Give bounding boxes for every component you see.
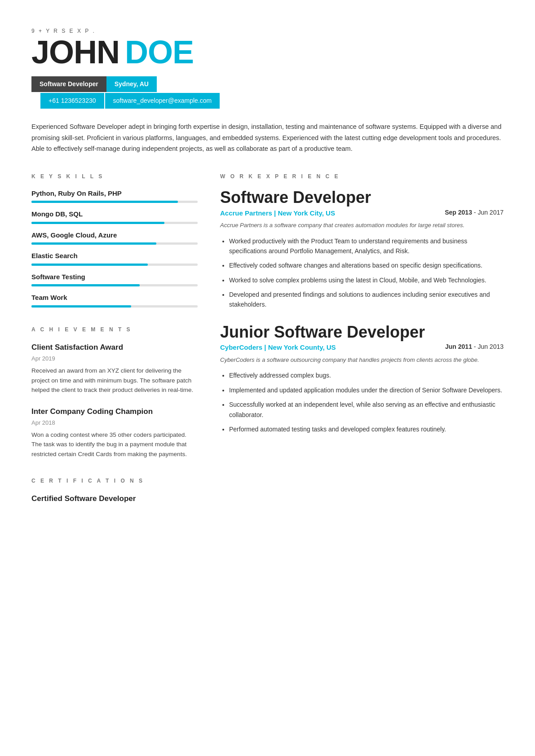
left-column: K E Y S K I L L S Python, Ruby On Rails,… [31,172,198,505]
skill-item: Team Work [31,293,198,308]
skill-bar-fill [31,242,156,245]
achievement-item: Inter Company Coding Champion Apr 2018 W… [31,406,198,459]
skill-bar-bg [31,264,198,266]
email-badge: software_developer@example.com [105,93,220,109]
skill-bar-bg [31,201,198,203]
work-company-desc: Accrue Partners is a software company th… [220,221,504,230]
skill-bar-bg [31,305,198,308]
work-bullet: Effectively addressed complex bugs. [229,370,504,380]
achievement-title: Client Satisfaction Award [31,342,198,353]
work-bullets: Worked productively with the Product Tea… [220,236,504,310]
skill-name: Software Testing [31,272,198,282]
work-entry: Software Developer Accrue Partners | New… [220,189,504,310]
skill-name: AWS, Google Cloud, Azure [31,230,198,241]
key-skills-title: K E Y S K I L L S [31,172,198,180]
skill-bar-bg [31,222,198,224]
skill-item: Elastic Search [31,251,198,266]
name-row: JOHN DOE [31,36,504,68]
achievements-list: Client Satisfaction Award Apr 2019 Recei… [31,342,198,459]
skill-name: Python, Ruby On Rails, PHP [31,189,198,199]
certification-item: Certified Software Developer [31,493,198,505]
skill-name: Mongo DB, SQL [31,209,198,220]
header: 9 + Y R S E X P . JOHN DOE Software Deve… [31,27,504,109]
achievement-desc: Won a coding contest where 35 other code… [31,430,198,459]
skill-bar-fill [31,284,140,286]
certifications-list: Certified Software Developer [31,493,198,505]
job-title-badge: Software Developer [31,76,106,92]
skill-bar-fill [31,264,148,266]
work-entry: Junior Software Developer CyberCoders | … [220,323,504,435]
work-bullet: Effectively coded software changes and a… [229,260,504,270]
work-bullet: Worked productively with the Product Tea… [229,236,504,256]
skills-list: Python, Ruby On Rails, PHP Mongo DB, SQL… [31,189,198,308]
achievement-date: Apr 2019 [31,354,198,363]
contact-row1: Software Developer Sydney, AU [31,76,504,92]
work-list: Software Developer Accrue Partners | New… [220,189,504,434]
skill-item: Mongo DB, SQL [31,209,198,224]
work-dates: Sep 2013 - Jun 2017 [445,208,504,217]
summary-text: Experienced Software Developer adept in … [31,121,503,154]
cert-title: Certified Software Developer [31,493,198,505]
phone-badge: +61 1236523230 [40,93,104,109]
key-skills-section: K E Y S K I L L S Python, Ruby On Rails,… [31,172,198,308]
work-dates: Jun 2011 - Jun 2013 [445,343,504,352]
work-company-row: Accrue Partners | New York City, US Sep … [220,208,504,219]
work-job-title: Junior Software Developer [220,323,504,341]
work-bullet: Worked to solve complex problems using t… [229,275,504,285]
certifications-title: C E R T I F I C A T I O N S [31,477,198,485]
work-experience-title: W O R K E X P E R I E N C E [220,172,504,180]
work-bullet: Performed automated testing tasks and de… [229,424,504,434]
work-bullet: Developed and presented findings and sol… [229,290,504,310]
certifications-section: C E R T I F I C A T I O N S Certified So… [31,477,198,505]
right-column: W O R K E X P E R I E N C E Software Dev… [220,172,504,505]
skill-item: Python, Ruby On Rails, PHP [31,189,198,203]
contact-row2: +61 1236523230 software_developer@exampl… [40,93,504,109]
work-company-desc: CyberCoders is a software outsourcing co… [220,356,504,365]
contact-bar: Software Developer Sydney, AU +61 123652… [31,76,504,109]
location-badge: Sydney, AU [106,76,157,92]
achievement-desc: Received an award from an XYZ client for… [31,366,198,395]
work-bullet: Implemented and updated application modu… [229,385,504,395]
first-name: JOHN [31,36,119,68]
skill-bar-bg [31,284,198,286]
two-col-layout: K E Y S K I L L S Python, Ruby On Rails,… [31,172,504,505]
work-company: Accrue Partners | New York City, US [220,208,335,219]
work-job-title: Software Developer [220,189,504,207]
skill-name: Team Work [31,293,198,303]
work-bullets: Effectively addressed complex bugs.Imple… [220,370,504,434]
skill-item: Software Testing [31,272,198,287]
achievement-item: Client Satisfaction Award Apr 2019 Recei… [31,342,198,395]
skill-name: Elastic Search [31,251,198,261]
achievements-title: A C H I E V E M E N T S [31,325,198,334]
skill-item: AWS, Google Cloud, Azure [31,230,198,245]
work-bullet: Successfully worked at an independent le… [229,400,504,420]
achievement-title: Inter Company Coding Champion [31,406,198,418]
last-name: DOE [125,36,194,68]
skill-bar-bg [31,242,198,245]
work-company: CyberCoders | New York County, US [220,343,336,353]
work-company-row: CyberCoders | New York County, US Jun 20… [220,343,504,353]
skill-bar-fill [31,201,178,203]
skill-bar-fill [31,305,131,308]
skill-bar-fill [31,222,164,224]
achievement-date: Apr 2018 [31,418,198,427]
achievements-section: A C H I E V E M E N T S Client Satisfact… [31,325,198,459]
